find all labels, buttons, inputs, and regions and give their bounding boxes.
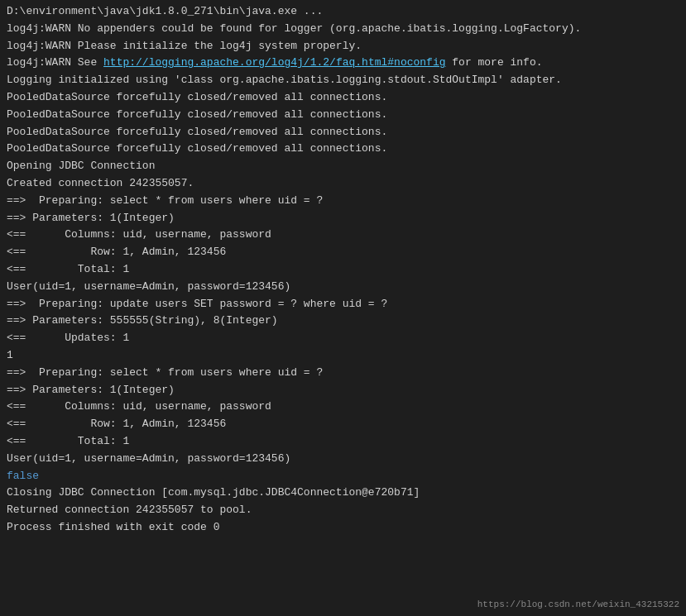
- console-line: false: [7, 468, 679, 485]
- console-window: D:\environment\java\jdk1.8.0_271\bin\jav…: [0, 0, 686, 616]
- console-line: Opening JDBC Connection: [7, 158, 679, 175]
- console-line: <== Total: 1: [7, 261, 679, 279]
- console-line: Created connection 242355057.: [7, 175, 679, 193]
- console-line: log4j:WARN No appenders could be found f…: [7, 21, 679, 38]
- console-line: User(uid=1, username=Admin, password=123…: [7, 279, 679, 296]
- console-line: log4j:WARN See http://logging.apache.org…: [7, 55, 679, 72]
- console-line: PooledDataSource forcefully closed/remov…: [7, 107, 679, 124]
- console-line: <== Total: 1: [7, 433, 679, 451]
- console-line: <== Columns: uid, username, password: [7, 399, 679, 416]
- console-line: <== Row: 1, Admin, 123456: [7, 416, 679, 433]
- console-line: Returned connection 242355057 to pool.: [7, 502, 679, 519]
- console-line: ==> Parameters: 1(Integer): [7, 382, 679, 399]
- console-line: 1: [7, 347, 679, 365]
- console-line: Process finished with exit code 0: [7, 519, 679, 537]
- console-line: <== Columns: uid, username, password: [7, 227, 679, 244]
- console-line: <== Row: 1, Admin, 123456: [7, 244, 679, 261]
- console-line: D:\environment\java\jdk1.8.0_271\bin\jav…: [7, 3, 679, 21]
- console-line: log4j:WARN Please initialize the log4j s…: [7, 38, 679, 55]
- console-line: User(uid=1, username=Admin, password=123…: [7, 451, 679, 468]
- console-line: PooledDataSource forcefully closed/remov…: [7, 124, 679, 141]
- console-line: ==> Parameters: 1(Integer): [7, 210, 679, 227]
- console-line: Logging initialized using 'class org.apa…: [7, 72, 679, 89]
- console-line: <== Updates: 1: [7, 330, 679, 347]
- watermark: https://blog.csdn.net/weixin_43215322: [477, 599, 679, 609]
- console-line: PooledDataSource forcefully closed/remov…: [7, 141, 679, 158]
- console-line: ==> Preparing: select * from users where…: [7, 365, 679, 382]
- log4j-link[interactable]: http://logging.apache.org/log4j/1.2/faq.…: [103, 56, 445, 69]
- console-output[interactable]: D:\environment\java\jdk1.8.0_271\bin\jav…: [0, 0, 686, 616]
- console-line: Closing JDBC Connection [com.mysql.jdbc.…: [7, 485, 679, 502]
- console-line: ==> Parameters: 555555(String), 8(Intege…: [7, 313, 679, 330]
- console-line: PooledDataSource forcefully closed/remov…: [7, 89, 679, 107]
- console-line: ==> Preparing: select * from users where…: [7, 193, 679, 210]
- console-line: ==> Preparing: update users SET password…: [7, 296, 679, 313]
